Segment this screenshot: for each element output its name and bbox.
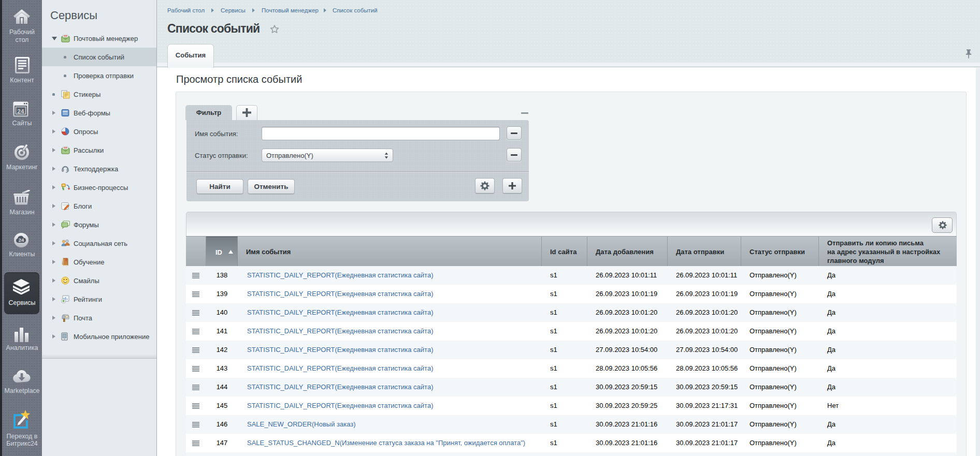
svg-text:24: 24 (18, 108, 24, 114)
svg-text:24: 24 (19, 237, 24, 243)
